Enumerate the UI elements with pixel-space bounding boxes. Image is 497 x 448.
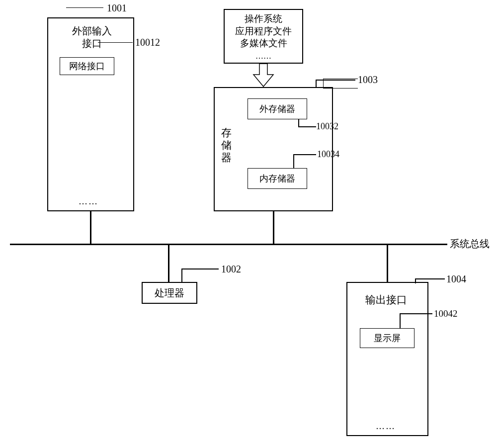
src-l2: 应用程序文件: [235, 26, 292, 36]
lead-10032-h: [298, 126, 316, 127]
input-interface-title-l1: 外部输入: [72, 25, 112, 36]
svg-marker-0: [253, 64, 273, 87]
network-interface-box: 网络接口: [60, 57, 114, 75]
processor-bus-connector: [168, 245, 169, 282]
ref-10034: 10034: [317, 149, 339, 160]
input-interface-bus-connector: [90, 211, 91, 244]
memory-title: 存储器: [221, 127, 232, 165]
display-box: 显示屏: [360, 328, 414, 348]
lead-10032-v: [298, 119, 299, 127]
lead-1004-v: [415, 278, 416, 283]
ref-1003: 1003: [358, 74, 378, 86]
source-files-text: 操作系统 应用程序文件 多媒体文件 ……: [225, 13, 302, 62]
src-l3: 多媒体文件: [240, 38, 287, 48]
system-bus-label: 系统总线: [450, 238, 490, 250]
input-interface-dots: ……: [79, 196, 98, 207]
processor-box: 处理器: [142, 282, 197, 304]
lead-10034-h: [293, 154, 316, 155]
lead-10012: [98, 42, 133, 57]
ref-1004: 1004: [446, 273, 466, 285]
lead-1001: [66, 7, 103, 17]
lead-10042-h: [400, 313, 432, 314]
diagram-canvas: 系统总线 外部输入 接口 1001 网络接口 10012 …… 操作系统 应用程…: [0, 0, 497, 448]
lead-1003-v: [316, 80, 317, 88]
system-bus-line: [10, 244, 447, 245]
display-label: 显示屏: [374, 332, 401, 344]
ref-10012: 10012: [135, 36, 160, 49]
lead-1003-h: [316, 80, 355, 81]
lead-1004-h: [415, 278, 445, 279]
processor-label: 处理器: [155, 286, 184, 300]
lead-1002-h: [181, 269, 219, 269]
network-interface-label: 网络接口: [69, 60, 105, 72]
lead-10042-v: [400, 313, 401, 328]
output-interface-title: 输出接口: [365, 293, 407, 306]
ref-10032: 10032: [316, 121, 338, 132]
lead-1002-v: [181, 269, 182, 282]
internal-storage-box: 内存储器: [248, 168, 307, 189]
output-bus-connector: [387, 245, 388, 282]
arrow-files-to-memory: [253, 64, 273, 88]
lead-10034-v: [293, 154, 294, 168]
ref-10042: 10042: [434, 308, 458, 320]
memory-bus-connector: [273, 211, 274, 244]
src-l1: 操作系统: [245, 13, 282, 24]
ref-1002: 1002: [221, 263, 241, 275]
src-dots: ……: [255, 52, 271, 60]
external-storage-box: 外存储器: [248, 98, 307, 119]
output-interface-dots: ……: [376, 421, 396, 432]
internal-storage-label: 内存储器: [259, 173, 295, 184]
external-storage-label: 外存储器: [259, 103, 295, 115]
ref-1001: 1001: [107, 2, 127, 14]
